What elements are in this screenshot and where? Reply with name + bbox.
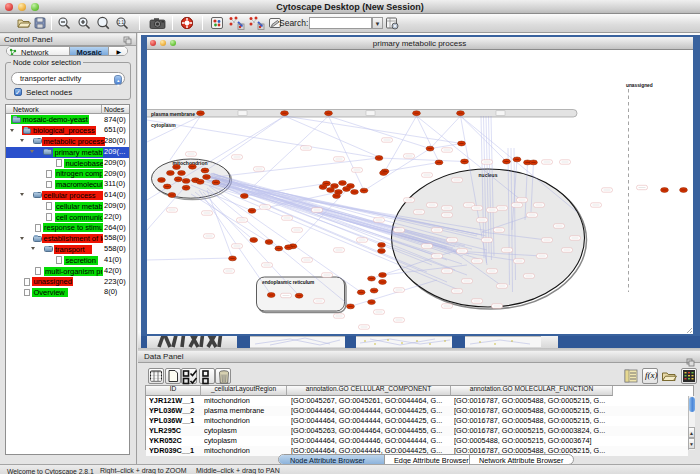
svg-text:nucleus: nucleus	[478, 172, 497, 178]
svg-text:unassigned: unassigned	[626, 83, 653, 88]
svg-text:cytoplasm: cytoplasm	[151, 122, 176, 128]
svg-text:plasma membrane: plasma membrane	[151, 111, 195, 117]
svg-text:1:1: 1:1	[118, 20, 125, 25]
